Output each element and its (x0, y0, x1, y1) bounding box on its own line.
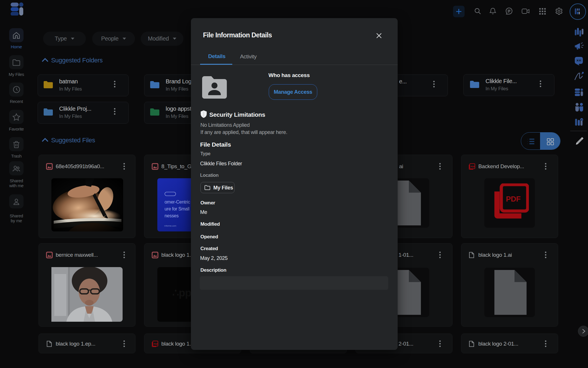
svg-text:PDF: PDF (506, 195, 521, 203)
svg-text:ure for Small: ure for Small (165, 206, 189, 211)
svg-text:nesses: nesses (165, 213, 179, 218)
svg-text:PDF: PDF (154, 343, 158, 345)
svg-text:PDF: PDF (471, 165, 475, 168)
svg-text:rnforme.com: rnforme.com (164, 225, 176, 227)
svg-text:omer-Centric: omer-Centric (165, 200, 190, 204)
